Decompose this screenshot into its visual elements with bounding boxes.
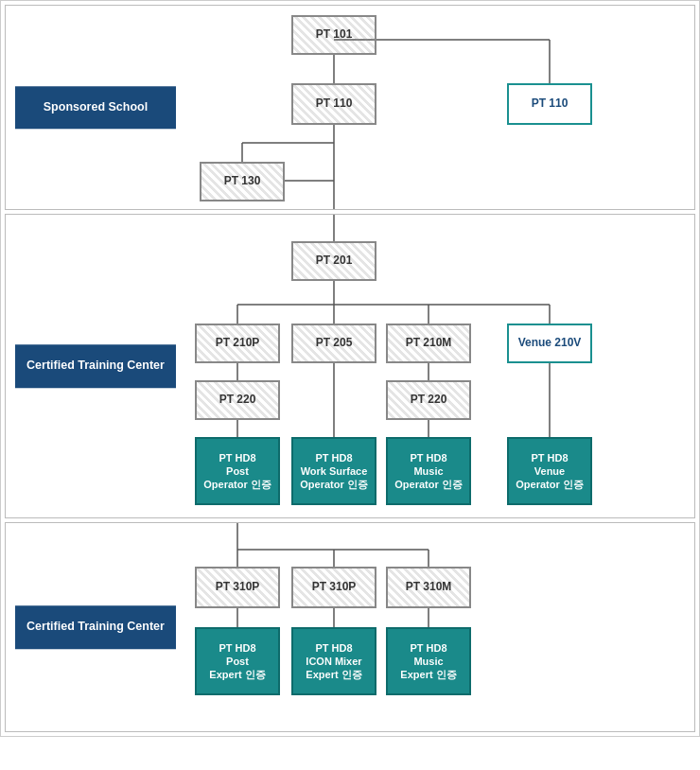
- node-pt110-right: PT 110: [507, 83, 592, 125]
- node-pt210m: PT 210M: [386, 324, 471, 363]
- page-container: Sponsored School PT 101: [0, 0, 700, 737]
- section-sponsored-school: Sponsored School PT 101: [5, 5, 695, 210]
- node-hd8-post-expert: PT HD8 Post Expert 인증: [195, 627, 280, 695]
- section1-nodes: PT 101 PT 110 PT 110 PT 130: [190, 6, 694, 209]
- section3-nodes: PT 310P PT 310P PT 310M PT HD8 Post Expe…: [190, 523, 694, 731]
- node-pt310p-left: PT 310P: [195, 567, 280, 608]
- node-pt310m: PT 310M: [386, 567, 471, 608]
- section-certified-1: Certified Training Center: [5, 214, 695, 518]
- node-pt220-right: PT 220: [386, 380, 471, 420]
- node-hd8-icon-expert: PT HD8 ICON Mixer Expert 인증: [291, 627, 376, 695]
- node-pt110-center: PT 110: [291, 83, 376, 125]
- certified-label-2: Certified Training Center: [15, 605, 176, 649]
- node-hd8-music-expert: PT HD8 Music Expert 인증: [386, 627, 471, 695]
- node-hd8-music-op: PT HD8 Music Operator 인증: [386, 437, 471, 505]
- node-pt220-left: PT 220: [195, 380, 280, 420]
- section-certified-2: Certified Training Center: [5, 522, 695, 732]
- node-pt101: PT 101: [291, 15, 376, 55]
- node-hd8-worksurface-op: PT HD8 Work Surface Operator 인증: [291, 437, 376, 505]
- node-pt130: PT 130: [200, 162, 285, 201]
- node-venue210v: Venue 210V: [507, 324, 592, 363]
- node-pt205: PT 205: [291, 324, 376, 363]
- sponsored-school-label: Sponsored School: [15, 86, 176, 130]
- node-pt310p-right: PT 310P: [291, 567, 376, 608]
- certified-label-1: Certified Training Center: [15, 344, 176, 388]
- node-pt201: PT 201: [291, 241, 376, 281]
- node-pt210p: PT 210P: [195, 324, 280, 363]
- section2-nodes: PT 201 PT 210P PT 205 PT 210M Venue 210V…: [190, 215, 694, 517]
- node-hd8-venue-op: PT HD8 Venue Operator 인증: [507, 437, 592, 505]
- node-hd8-post-op: PT HD8 Post Operator 인증: [195, 437, 280, 505]
